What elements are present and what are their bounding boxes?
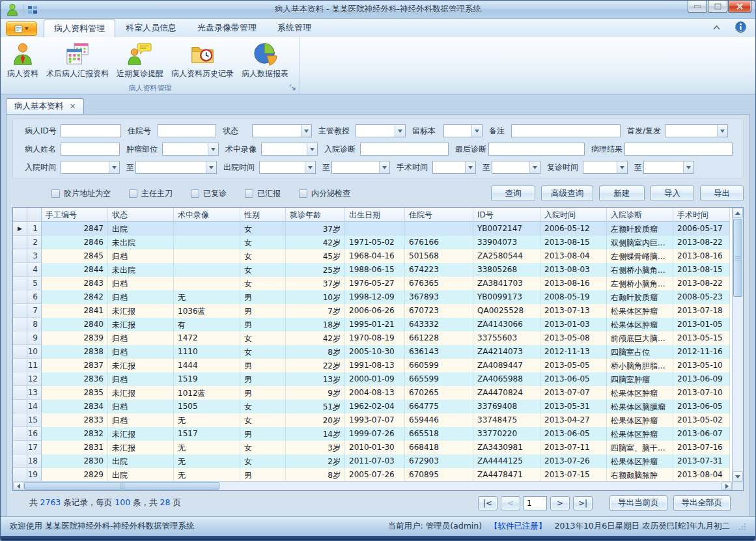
vscroll-thumb[interactable]: [733, 219, 742, 297]
chevron-down-icon[interactable]: [301, 125, 311, 137]
admit-date-to-combo[interactable]: [135, 161, 217, 174]
maximize-button[interactable]: [708, 1, 727, 13]
column-header-5[interactable]: 出生日期: [345, 208, 405, 222]
revisit-date-from-combo[interactable]: [583, 161, 628, 174]
ribbon-tab-patient-management[interactable]: 病人资料管理: [44, 20, 115, 37]
chevron-down-icon[interactable]: [305, 161, 315, 173]
table-row[interactable]: 172831未汇报无女3岁2010-01-30668418ZA343098120…: [13, 441, 732, 454]
pager-first-button[interactable]: |<: [478, 496, 497, 510]
patient-name-input[interactable]: [61, 143, 120, 156]
column-header-6[interactable]: 住院号: [405, 208, 473, 222]
surgery-date-to-combo[interactable]: [492, 161, 540, 174]
status-combo[interactable]: [252, 124, 312, 137]
table-row[interactable]: 62842归档无男10岁1998-12-09367893YB0099173200…: [13, 290, 732, 304]
patient-id-input[interactable]: [61, 124, 121, 137]
table-row[interactable]: 32845归档女45岁1968-04-16501568ZA25805442013…: [13, 249, 732, 263]
column-header-8[interactable]: 入院时间: [540, 208, 607, 222]
document-tab[interactable]: 病人基本资料 ✕: [6, 98, 84, 114]
remark-input[interactable]: [511, 124, 621, 137]
table-row[interactable]: 22846未出院女42岁1971-05-02676166339040732013…: [13, 236, 732, 249]
first-recurrence-combo[interactable]: [665, 124, 728, 137]
checkbox-endocrine-exam[interactable]: 内分泌检查: [299, 188, 350, 199]
checkbox-box-icon[interactable]: [245, 189, 253, 198]
pager-prev-button[interactable]: <: [501, 496, 520, 510]
ribbon-button-post-op-report[interactable]: 术后病人汇报资料: [42, 38, 113, 83]
checkbox-reported[interactable]: 已汇报: [245, 188, 281, 199]
final-diagnosis-input[interactable]: [488, 143, 585, 156]
chevron-down-icon[interactable]: [717, 125, 727, 137]
chevron-down-icon[interactable]: [307, 143, 317, 155]
pathology-result-input[interactable]: [624, 143, 733, 156]
hscroll-track[interactable]: [220, 482, 721, 490]
table-row[interactable]: 112837未汇报1444男22岁1991-08-13660599ZA40894…: [13, 359, 732, 372]
column-header-0[interactable]: 手工编号: [42, 208, 108, 222]
hscroll-thumb[interactable]: [24, 482, 219, 490]
chevron-down-icon[interactable]: [529, 161, 540, 173]
ribbon-button-revisit-reminder[interactable]: 近期复诊提醒: [113, 38, 167, 83]
chevron-down-icon[interactable]: [683, 161, 693, 173]
table-row[interactable]: 82840未汇报有男18岁1995-01-21643332ZA414306620…: [13, 318, 732, 331]
column-header-7[interactable]: ID号: [473, 208, 540, 222]
table-row[interactable]: 182830出院无女2岁2011-07-03672903ZA4444125201…: [13, 454, 732, 468]
chevron-down-icon[interactable]: [206, 161, 216, 173]
tumor-site-combo[interactable]: [162, 143, 219, 156]
pager-next-button[interactable]: >: [550, 496, 570, 510]
chevron-down-icon[interactable]: [379, 161, 389, 173]
table-row[interactable]: 102838归档1110女8岁2005-10-30636143ZA4214073…: [13, 345, 732, 359]
new-button[interactable]: 新建: [599, 186, 645, 201]
table-row[interactable]: 92839归档1472女42岁1970-08-19661228337556032…: [13, 331, 732, 345]
revisit-date-to-combo[interactable]: [643, 161, 694, 174]
checkbox-box-icon[interactable]: [129, 189, 137, 198]
ribbon-button-history-records[interactable]: 病人资料历史记录: [167, 38, 238, 83]
ribbon-button-patient-records[interactable]: 病人资料: [3, 38, 42, 83]
chevron-down-icon[interactable]: [465, 161, 475, 173]
column-header-2[interactable]: 术中录像: [174, 208, 240, 222]
surgery-video-combo[interactable]: [261, 143, 318, 156]
ribbon-button-data-report[interactable]: 病人数据报表: [238, 38, 292, 83]
tab-close-icon[interactable]: ✕: [70, 102, 76, 111]
close-button[interactable]: [728, 1, 751, 13]
ribbon-tab-disc-tape-management[interactable]: 光盘录像带管理: [187, 20, 267, 37]
checkbox-chief-surgeon[interactable]: 主任主刀: [129, 188, 173, 199]
vertical-scrollbar[interactable]: [733, 208, 743, 482]
scroll-right-icon[interactable]: [721, 482, 732, 490]
ribbon-collapse-icon[interactable]: [712, 23, 721, 33]
checkbox-box-icon[interactable]: [51, 189, 60, 198]
discharge-date-from-combo[interactable]: [259, 161, 316, 174]
column-header-4[interactable]: 就诊年龄: [286, 208, 345, 222]
export-button[interactable]: 导出: [700, 186, 744, 201]
checkbox-box-icon[interactable]: [191, 189, 199, 198]
checkbox-film-address-empty[interactable]: 胶片地址为空: [51, 188, 111, 199]
resize-grip-icon[interactable]: [738, 522, 746, 531]
table-row[interactable]: 132835未汇报1012蓝男9岁2004-08-13670265ZA44708…: [13, 386, 732, 400]
advanced-query-button[interactable]: 高级查询: [541, 186, 593, 201]
checkbox-revisited[interactable]: 已复诊: [191, 188, 227, 199]
info-icon[interactable]: [735, 21, 746, 35]
chevron-down-icon[interactable]: [617, 161, 627, 173]
chevron-down-icon[interactable]: [109, 161, 119, 173]
export-all-pages-button[interactable]: 导出全部页: [673, 495, 731, 511]
table-row[interactable]: ▶12847出院女37岁YB00721472006-05-12左额叶胶质瘤200…: [13, 222, 732, 236]
pager-last-button[interactable]: >|: [573, 496, 593, 510]
import-button[interactable]: 导入: [651, 186, 694, 201]
surgery-date-from-combo[interactable]: [432, 161, 476, 174]
checkbox-box-icon[interactable]: [299, 189, 307, 198]
table-row[interactable]: 162832未汇报1517男14岁1999-07-266655183377022…: [13, 427, 732, 441]
chevron-down-icon[interactable]: [208, 143, 218, 155]
ribbon-tab-staff-info[interactable]: 科室人员信息: [115, 20, 187, 37]
admit-diagnosis-input[interactable]: [360, 143, 449, 156]
vscroll-track[interactable]: [733, 298, 743, 471]
table-row[interactable]: 142834归档1505女51岁1962-02-0466477533769408…: [13, 400, 732, 413]
chevron-down-icon[interactable]: [471, 125, 482, 137]
status-registered-link[interactable]: 【软件已注册】: [490, 521, 547, 532]
column-header-9[interactable]: 入院诊断: [607, 208, 673, 222]
column-header-3[interactable]: 性别: [240, 208, 286, 222]
table-row[interactable]: 42844未出院女25岁1988-06-15674223338052682013…: [13, 263, 732, 277]
app-menu-button[interactable]: [6, 21, 37, 36]
discharge-date-to-combo[interactable]: [331, 161, 390, 174]
column-header-10[interactable]: 手术时间: [673, 208, 730, 222]
specimen-combo[interactable]: [443, 124, 483, 137]
table-row[interactable]: 52843归档女37岁1976-05-27676365ZA38417032013…: [13, 277, 732, 290]
scroll-down-icon[interactable]: [733, 471, 743, 482]
admit-date-from-combo[interactable]: [61, 161, 120, 174]
